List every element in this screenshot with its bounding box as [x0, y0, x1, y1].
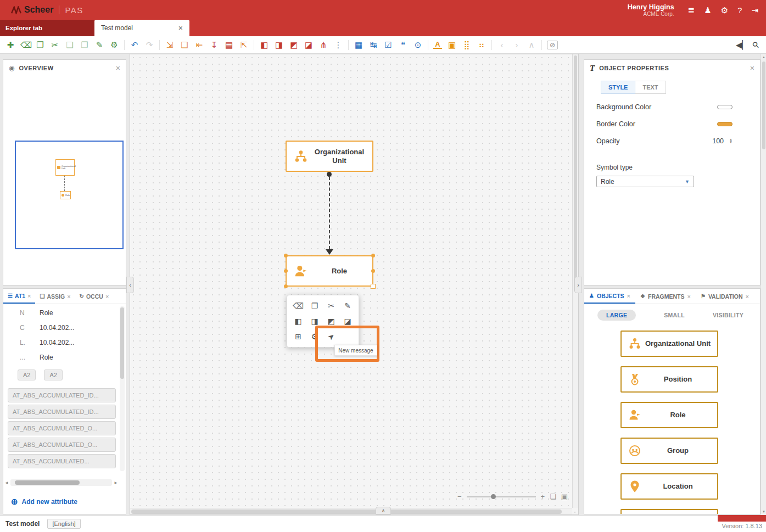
send-backward-icon[interactable]: ◪ — [304, 41, 314, 49]
selection-handle[interactable] — [284, 284, 288, 288]
pin-icon[interactable]: ↧ — [209, 41, 219, 49]
cut-icon[interactable]: ✂ — [50, 41, 60, 49]
search-icon[interactable]: ⚲ — [749, 38, 762, 51]
import-file-icon[interactable]: ⇤ — [194, 41, 204, 49]
symbol-type-select[interactable]: Role ▼ — [596, 176, 694, 187]
tab-small[interactable]: SMALL — [664, 312, 685, 318]
scroll-up-icon[interactable]: ▲ — [761, 55, 766, 59]
tab-validation[interactable]: ⚑ VALIDATION × — [696, 289, 754, 304]
edit-icon[interactable]: ✎ — [94, 41, 104, 49]
undo-icon[interactable]: ↶ — [130, 41, 139, 49]
grid-layout-icon[interactable]: ⣿ — [462, 41, 472, 49]
palette-item-group[interactable]: Group — [620, 438, 718, 464]
selection-handle[interactable] — [284, 269, 288, 273]
scroll-left-icon[interactable]: ◄ — [4, 480, 9, 485]
close-icon[interactable]: × — [178, 24, 183, 32]
nav-back-icon[interactable]: ‹ — [497, 41, 507, 49]
attribute-row[interactable]: C 10.04.202... — [3, 320, 119, 335]
node-role[interactable]: Role — [286, 255, 373, 287]
connector-endpoint[interactable] — [327, 172, 332, 177]
collapse-panel-icon[interactable]: ◀▏ — [736, 41, 746, 49]
toggle-icon[interactable]: ⊙ — [413, 41, 423, 49]
attributes-vertical-scrollbar[interactable] — [120, 306, 125, 471]
notifications-off-icon[interactable]: ⊘ — [547, 41, 558, 49]
zoom-in-icon[interactable]: + — [541, 492, 545, 501]
selection-handle[interactable] — [371, 269, 375, 273]
selection-handle[interactable] — [371, 254, 375, 257]
edit-icon[interactable]: ✎ — [339, 298, 356, 313]
copy-icon[interactable]: ❐ — [306, 298, 323, 313]
close-icon[interactable]: × — [750, 64, 754, 72]
fit-view-icon[interactable]: ▣ — [561, 492, 568, 501]
scrollbar-thumb[interactable] — [15, 480, 80, 485]
scroll-down-icon[interactable]: ▼ — [761, 510, 766, 513]
border-color-swatch[interactable] — [717, 122, 733, 126]
opacity-value[interactable]: 100 — [712, 137, 724, 145]
bring-to-front-icon[interactable]: ◧ — [259, 41, 269, 49]
export-file-icon[interactable]: ⇲ — [165, 41, 175, 49]
canvas-horizontal-scrollbar[interactable] — [130, 508, 572, 514]
add-attribute-button[interactable]: ⊕ Add new attribute — [3, 490, 126, 514]
zoom-slider[interactable] — [467, 496, 536, 497]
att ribute-item[interactable]: AT_ABS_ACCUMULATED... — [8, 454, 116, 468]
tab-explorer[interactable]: Explorer tab — [0, 20, 94, 36]
tab-attributes[interactable]: ☰ AT1 × — [3, 289, 35, 304]
settings-icon[interactable]: ⚙ — [109, 41, 119, 49]
attribute-item[interactable]: AT_ABS_ACCUMULATED_O... — [8, 421, 116, 435]
zoom-out-icon[interactable]: − — [457, 492, 462, 501]
paste-icon[interactable]: ❏ — [65, 41, 75, 49]
attributes-horizontal-scrollbar[interactable]: ◄ ► — [4, 478, 118, 488]
close-icon[interactable]: × — [67, 293, 70, 300]
close-icon[interactable]: × — [27, 293, 31, 299]
redo-icon[interactable]: ↷ — [144, 41, 154, 49]
page-vertical-scrollbar[interactable]: ▲ ▼ — [761, 54, 766, 515]
node-organizational-unit[interactable]: Organizational Unit — [286, 141, 373, 172]
scrollbar-track[interactable] — [10, 479, 112, 486]
nav-up-icon[interactable]: ∧ — [527, 41, 536, 49]
tab-style[interactable]: STYLE — [601, 81, 635, 94]
diagram-canvas[interactable]: Organizational Unit Role ⌫ ❐ ✂ ✎ ◧ ◨ ◩ ◪… — [130, 54, 579, 515]
opacity-stepper[interactable]: ▲ ▼ — [729, 138, 733, 144]
user-icon[interactable]: ♟ — [704, 6, 711, 14]
nav-forward-icon[interactable]: › — [512, 41, 522, 49]
attribute-row[interactable]: L. 10.04.202... — [3, 335, 119, 350]
new-file-icon[interactable]: ✚ — [5, 41, 15, 49]
hierarchy-icon[interactable]: ⋔ — [318, 41, 328, 49]
print-icon[interactable]: ▤ — [224, 41, 234, 49]
copy-icon[interactable]: ❐ — [35, 41, 45, 49]
attribute-item[interactable]: AT_ABS_ACCUMULATED_ID... — [8, 405, 116, 419]
fullscreen-icon[interactable]: ❏ — [550, 492, 556, 501]
attribute-item[interactable]: AT_ABS_ACCUMULATED_O... — [8, 438, 116, 452]
delete-icon[interactable]: ⌫ — [20, 41, 30, 49]
multi-select-icon[interactable]: ☑ — [383, 41, 393, 49]
scrollbar-thumb[interactable] — [120, 307, 124, 379]
background-color-swatch[interactable] — [717, 105, 733, 109]
fit-width-icon[interactable]: ↹ — [368, 41, 378, 49]
more-options-icon[interactable]: ⋮ — [333, 41, 343, 49]
tab-objects[interactable]: ♟ OBJECTS × — [584, 289, 635, 304]
comment-icon[interactable]: ❝ — [398, 41, 408, 49]
resize-handle[interactable] — [371, 284, 376, 289]
close-icon[interactable]: × — [745, 293, 748, 300]
chip[interactable]: A2 — [18, 369, 36, 380]
tab-occurrences[interactable]: ↻ OCCU × — [75, 289, 114, 304]
bring-forward-icon[interactable]: ◩ — [289, 41, 299, 49]
tab-large[interactable]: LARGE — [597, 310, 636, 321]
table-layout-icon[interactable]: ⠶ — [477, 41, 487, 49]
tab-text[interactable]: TEXT — [635, 81, 666, 94]
scrollbar-thumb[interactable] — [762, 61, 765, 149]
help-icon[interactable]: ? — [737, 6, 742, 14]
palette-item-position[interactable]: Position — [620, 366, 718, 393]
grid-view-icon[interactable]: ▦ — [354, 41, 364, 49]
delete-icon[interactable]: ⌫ — [290, 298, 306, 313]
scrollbar-thumb[interactable] — [574, 55, 577, 292]
inbox-icon[interactable]: ≣ — [688, 6, 695, 14]
export-print-icon[interactable]: ⇱ — [239, 41, 249, 49]
palette-item-location[interactable]: Location — [620, 473, 718, 500]
palette-item-organizational-unit[interactable]: Organizational Unit — [620, 331, 718, 357]
collapse-left-panel-handle[interactable]: ‹ — [126, 277, 134, 293]
close-icon[interactable]: × — [687, 293, 690, 300]
collapse-bottom-handle[interactable]: ∧ — [376, 507, 391, 514]
chip[interactable]: A2 — [44, 369, 62, 380]
scrollbar-thumb[interactable] — [131, 509, 562, 514]
